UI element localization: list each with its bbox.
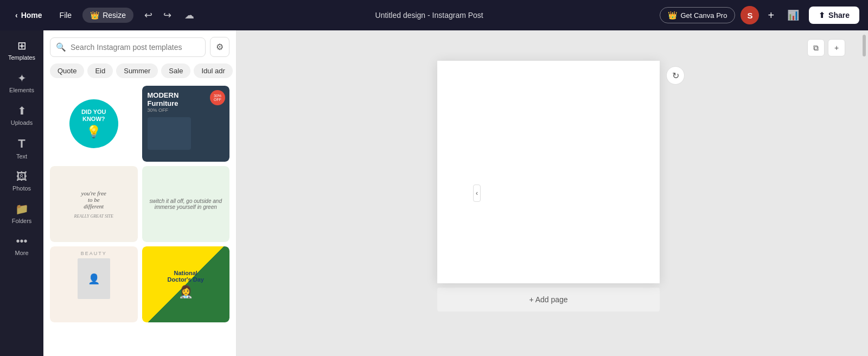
folders-icon: 📁	[15, 202, 29, 215]
templates-icon: ⊞	[17, 39, 27, 52]
template-preview-1: DID YOUKNOW? 💡	[50, 86, 138, 162]
tag-quote[interactable]: Quote	[50, 63, 84, 78]
tag-idul[interactable]: Idul adr	[194, 63, 232, 78]
template-card-5[interactable]: BEAUTY 👤	[50, 246, 138, 322]
canvas-wrapper: ↻	[437, 61, 660, 283]
home-button[interactable]: ‹ Home	[9, 8, 49, 23]
text-icon: T	[18, 137, 25, 151]
filter-button[interactable]: ⚙	[210, 37, 229, 57]
home-label: Home	[21, 11, 42, 20]
tpl6-icon: 👩‍⚕️	[178, 285, 193, 299]
canvas-refresh-button[interactable]: ↻	[666, 66, 685, 85]
undo-redo-group: ↩ ↪	[140, 7, 176, 23]
template-card-3[interactable]: you're freeto bedifferent REALLY GREAT S…	[50, 166, 138, 242]
undo-button[interactable]: ↩	[140, 7, 157, 23]
template-card-2[interactable]: MODERN Furniture 30% OFF 30%OFF	[142, 86, 230, 162]
sidebar-item-elements[interactable]: ✦ Elements	[0, 67, 43, 98]
templates-panel: 🔍 ⚙ Quote Eid Summer Sale Idul adr › DID…	[43, 30, 237, 356]
resize-button[interactable]: 👑 Resize	[82, 8, 133, 23]
tpl6-title: NationalDoctor's Day	[168, 270, 204, 283]
sidebar-item-templates[interactable]: ⊞ Templates	[0, 35, 43, 65]
tag-summer[interactable]: Summer	[116, 63, 158, 78]
tag-eid[interactable]: Eid	[87, 63, 113, 78]
sidebar-item-label-elements: Elements	[9, 87, 34, 93]
share-label: Share	[828, 11, 850, 20]
tpl2-badge: 30%OFF	[210, 90, 225, 105]
file-label: File	[60, 11, 72, 20]
canvas-toolbar: ⧉ +	[807, 39, 845, 56]
tpl1-bulb-icon: 💡	[86, 125, 101, 139]
add-page-bar[interactable]: + Add page	[437, 288, 660, 312]
canva-pro-button[interactable]: 👑 Get Canva Pro	[660, 7, 735, 23]
resize-label: Resize	[103, 11, 126, 20]
chevron-left-icon: ‹	[15, 11, 18, 20]
analytics-button[interactable]: 📊	[783, 7, 803, 23]
share-icon: ⬆	[819, 11, 825, 20]
nav-right-group: 👑 Get Canva Pro S + 📊 ⬆ Share	[660, 6, 859, 24]
search-icon: 🔍	[56, 42, 66, 52]
template-card-1[interactable]: DID YOUKNOW? 💡	[50, 86, 138, 162]
search-bar: 🔍 ⚙	[43, 30, 236, 61]
right-scrollbar[interactable]	[860, 30, 868, 356]
add-icon: +	[834, 43, 839, 52]
sidebar-item-label-more: More	[15, 250, 28, 256]
sidebar-item-label-uploads: Uploads	[11, 119, 33, 126]
refresh-icon: ↻	[672, 71, 679, 81]
document-title: Untitled design - Instagram Post	[203, 11, 655, 20]
sidebar-item-label-text: Text	[16, 153, 27, 160]
share-button[interactable]: ⬆ Share	[809, 7, 859, 24]
pro-crown-icon: 👑	[668, 11, 677, 20]
duplicate-page-button[interactable]: ⧉	[807, 39, 825, 56]
more-icon: •••	[16, 235, 27, 247]
main-area: ⊞ Templates ✦ Elements ⬆ Uploads T Text …	[0, 30, 868, 356]
left-sidebar: ⊞ Templates ✦ Elements ⬆ Uploads T Text …	[0, 30, 43, 356]
uploads-icon: ⬆	[17, 104, 27, 117]
tpl5-label: BEAUTY	[81, 251, 107, 256]
duplicate-icon: ⧉	[813, 43, 819, 53]
tpl1-circle: DID YOUKNOW? 💡	[69, 99, 118, 148]
add-page-button-toolbar[interactable]: +	[828, 39, 845, 56]
sidebar-item-photos[interactable]: 🖼 Photos	[0, 166, 43, 196]
template-preview-6: NationalDoctor's Day 👩‍⚕️	[142, 246, 230, 322]
search-input[interactable]	[71, 43, 200, 52]
hide-panel-button[interactable]: ‹	[473, 185, 481, 202]
canva-pro-label: Get Canva Pro	[680, 11, 727, 20]
sidebar-item-label-photos: Photos	[12, 185, 31, 192]
tpl2-title: MODERN	[148, 91, 179, 99]
photos-icon: 🖼	[16, 170, 27, 183]
tpl5-image: 👤	[78, 258, 110, 299]
canvas-content-wrap: ↻ + Add page	[437, 61, 660, 312]
tpl2-tagline: 30% OFF	[148, 107, 169, 113]
scrollbar-thumb	[863, 35, 866, 56]
add-account-button[interactable]: +	[764, 7, 777, 24]
canvas-area[interactable]: ⧉ + ↻ + Add page	[237, 30, 860, 356]
tpl2-image	[148, 117, 191, 150]
sidebar-item-label-templates: Templates	[8, 54, 35, 61]
user-avatar[interactable]: S	[741, 6, 759, 24]
sidebar-item-folders[interactable]: 📁 Folders	[0, 198, 43, 228]
search-input-wrap: 🔍	[50, 37, 206, 57]
sidebar-item-text[interactable]: T Text	[0, 132, 43, 164]
redo-button[interactable]: ↪	[159, 7, 176, 23]
templates-grid: DID YOUKNOW? 💡 MODERN Furniture 30% OFF …	[43, 84, 236, 356]
tpl4-text: switch it all off, go outside andimmerse…	[150, 198, 222, 210]
tag-sale[interactable]: Sale	[161, 63, 190, 78]
sidebar-item-more[interactable]: ••• More	[0, 231, 43, 260]
canvas-page[interactable]	[437, 61, 660, 283]
template-preview-2: MODERN Furniture 30% OFF 30%OFF	[142, 86, 230, 162]
template-card-6[interactable]: NationalDoctor's Day 👩‍⚕️	[142, 246, 230, 322]
file-menu[interactable]: File	[53, 8, 79, 23]
sidebar-item-label-folders: Folders	[12, 218, 32, 224]
elements-icon: ✦	[17, 72, 27, 85]
template-card-4[interactable]: switch it all off, go outside andimmerse…	[142, 166, 230, 242]
cloud-save-button[interactable]: ☁	[180, 7, 199, 23]
template-preview-5: BEAUTY 👤	[50, 246, 138, 322]
tpl1-text: DID YOUKNOW?	[81, 109, 106, 123]
sidebar-item-uploads[interactable]: ⬆ Uploads	[0, 100, 43, 130]
template-preview-4: switch it all off, go outside andimmerse…	[142, 166, 230, 242]
template-preview-3: you're freeto bedifferent REALLY GREAT S…	[50, 166, 138, 242]
tags-row: Quote Eid Summer Sale Idul adr ›	[43, 61, 236, 84]
tpl3-text: you're freeto bedifferent REALLY GREAT S…	[74, 190, 113, 219]
crown-icon: 👑	[90, 11, 99, 20]
top-navbar: ‹ Home File 👑 Resize ↩ ↪ ☁ Untitled desi…	[0, 0, 868, 30]
